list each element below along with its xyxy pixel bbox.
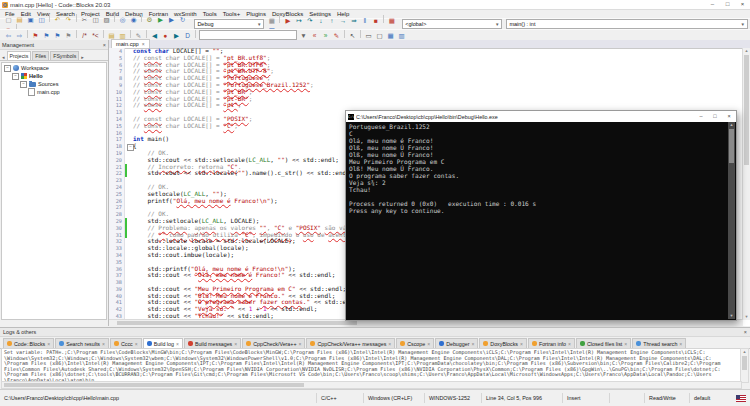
editor-tab-main-cpp[interactable]: main.cpp × — [111, 39, 150, 48]
scroll-up-icon[interactable]: ▲ — [741, 349, 748, 355]
redo-button[interactable]: ↷ — [64, 15, 73, 24]
function-select[interactable]: main() : int ▼ — [506, 19, 748, 29]
tree-item-main-cpp[interactable]: main.cpp — [2, 88, 106, 96]
log-tab-code-blocks[interactable]: Code::Blocks× — [3, 338, 54, 348]
maximize-button[interactable]: □ — [720, 0, 735, 9]
scroll-up-icon[interactable]: ▲ — [728, 122, 735, 128]
scrollbar-thumb[interactable] — [742, 356, 747, 370]
project-tree[interactable]: −Workspace−Hello−Sourcesmain.cpp — [1, 62, 107, 320]
scrollbar-thumb[interactable] — [117, 321, 357, 325]
management-tab-fsymbols[interactable]: FSymbols — [50, 51, 79, 60]
replace-button[interactable]: ◉ — [129, 15, 138, 24]
scrollbar-thumb[interactable] — [4, 383, 304, 387]
tree-item-sources[interactable]: −Sources — [2, 80, 106, 88]
incsearch-prev-button[interactable]: « — [310, 31, 319, 40]
doxyblocks-button[interactable]: D — [183, 31, 192, 40]
tab-close-icon[interactable]: × — [388, 341, 391, 347]
logs-vertical-scrollbar[interactable]: ▲ — [740, 348, 749, 383]
open-file-button[interactable]: ▤ — [15, 15, 24, 24]
copy-button[interactable]: ◫ — [91, 15, 100, 24]
scope-select[interactable]: <global> ▼ — [402, 19, 502, 29]
tab-close-icon[interactable]: × — [142, 40, 145, 48]
log-tab-build-log[interactable]: Build log× — [143, 338, 183, 348]
tree-expand-toggle[interactable]: − — [12, 73, 19, 80]
show-target-options-button[interactable]: ▦ — [267, 16, 276, 25]
incremental-search-input[interactable] — [199, 30, 297, 40]
tab-close-icon[interactable]: × — [520, 341, 523, 347]
chevron-down-icon[interactable]: ▼ — [299, 31, 308, 40]
pointer-mode-button[interactable]: ↖ — [348, 31, 357, 40]
rebuild-button[interactable]: ↻ — [178, 15, 187, 24]
menu-item-tools[interactable]: Tools — [200, 11, 220, 17]
tab-close-icon[interactable]: × — [568, 341, 571, 347]
step-into-instruction-button[interactable]: ⇒ — [349, 16, 358, 25]
highlight-occurrences-button[interactable]: ✎ — [332, 31, 341, 40]
management-close-button[interactable]: × — [103, 42, 106, 48]
run-button[interactable]: ▶ — [156, 15, 165, 24]
next-bookmark-button[interactable]: ⚑ — [53, 31, 62, 40]
run-to-cursor-button[interactable]: ↦ — [294, 16, 303, 25]
minimize-button[interactable]: – — [705, 0, 720, 9]
log-tab-cppcheck-vera-messages[interactable]: CppCheck/Vera++ messages× — [306, 338, 395, 348]
tab-scroll-left-icon[interactable]: ◂ — [1, 54, 6, 60]
step-into-button[interactable]: ↓ — [316, 16, 325, 25]
nav-back-button[interactable]: ⇦ — [4, 31, 13, 40]
log-tab-build-messages[interactable]: Build messages× — [184, 338, 241, 348]
console-scrollbar[interactable]: ▲ ▼ — [728, 122, 735, 319]
menu-item-plugins[interactable]: Plugins — [243, 11, 269, 17]
log-tab-fortran-info[interactable]: Fortran info× — [528, 338, 575, 348]
menu-item-tools[interactable]: Tools+ — [220, 11, 244, 17]
scroll-down-icon[interactable]: ▼ — [743, 314, 750, 320]
new-file-button[interactable]: ▢ — [4, 15, 13, 24]
tab-close-icon[interactable]: × — [427, 341, 430, 347]
save-file-button[interactable]: ▣ — [26, 15, 35, 24]
show-monitor-button[interactable]: ▥ — [397, 31, 406, 40]
scroll-down-icon[interactable]: ▼ — [728, 313, 735, 319]
console-maximize-button[interactable]: □ — [708, 111, 722, 122]
scrollbar-thumb[interactable] — [729, 129, 734, 163]
scroll-up-icon[interactable]: ▲ — [743, 48, 750, 54]
save-all-button[interactable]: ◫ — [37, 15, 46, 24]
wxsmith-forward-button[interactable]: ▶ — [172, 31, 181, 40]
nav-forward-button[interactable]: ⇨ — [15, 31, 24, 40]
log-tab-search-results[interactable]: Search results× — [55, 338, 109, 348]
log-tab-doxyblocks[interactable]: DoxyBlocks× — [479, 338, 527, 348]
tab-close-icon[interactable]: × — [47, 341, 50, 347]
tab-scroll-right-icon[interactable]: ▸ — [80, 54, 85, 60]
doc-comment-button[interactable]: *< — [91, 31, 100, 40]
wxsmith-pointer-button[interactable]: ● — [161, 31, 170, 40]
scrollbar-thumb[interactable] — [744, 55, 749, 165]
tree-expand-toggle[interactable]: − — [4, 65, 11, 72]
log-tab-cppcheck-vera[interactable]: CppCheck/Vera++× — [242, 338, 305, 348]
tab-close-icon[interactable]: × — [176, 341, 179, 347]
prev-bookmark-button[interactable]: ⚑ — [42, 31, 51, 40]
editor-vertical-scrollbar[interactable]: ▲ ▼ — [742, 48, 750, 320]
tab-close-icon[interactable]: × — [679, 341, 682, 347]
log-tab-debugger[interactable]: Debugger× — [435, 338, 478, 348]
tab-close-icon[interactable]: × — [624, 341, 627, 347]
log-tab-cccc[interactable]: Cccc× — [110, 338, 142, 348]
console-minimize-button[interactable]: – — [694, 111, 708, 122]
build-target-select[interactable]: Debug ▼ — [194, 19, 264, 29]
build-and-run-button[interactable]: ▶ — [167, 15, 176, 24]
tab-close-icon[interactable]: × — [234, 341, 237, 347]
toggle-bookmark-button[interactable]: ⚑ — [31, 31, 40, 40]
management-tab-files[interactable]: Files — [32, 51, 49, 60]
find-button[interactable]: ◎ — [118, 15, 127, 24]
console-close-button[interactable]: × — [722, 111, 736, 122]
close-button[interactable]: × — [735, 0, 750, 9]
management-tab-projects[interactable]: Projects — [7, 51, 32, 60]
tab-close-icon[interactable]: × — [135, 341, 138, 347]
log-tab-thread-search[interactable]: Thread search× — [632, 338, 686, 348]
undo-button[interactable]: ↶ — [53, 15, 62, 24]
tab-close-icon[interactable]: × — [299, 341, 302, 347]
tree-expand-toggle[interactable]: − — [20, 81, 27, 88]
step-out-button[interactable]: ↑ — [327, 16, 336, 25]
logs-horizontal-scrollbar[interactable] — [1, 381, 742, 389]
tree-item-hello[interactable]: −Hello — [2, 72, 106, 80]
wxsmith-back-button[interactable]: ◀ — [150, 31, 159, 40]
logs-close-button[interactable]: × — [744, 329, 747, 335]
tree-item-workspace[interactable]: −Workspace — [2, 64, 106, 72]
log-tab-cscope[interactable]: Cscope× — [396, 338, 434, 348]
stop-debugger-button[interactable]: ■ — [371, 16, 380, 25]
